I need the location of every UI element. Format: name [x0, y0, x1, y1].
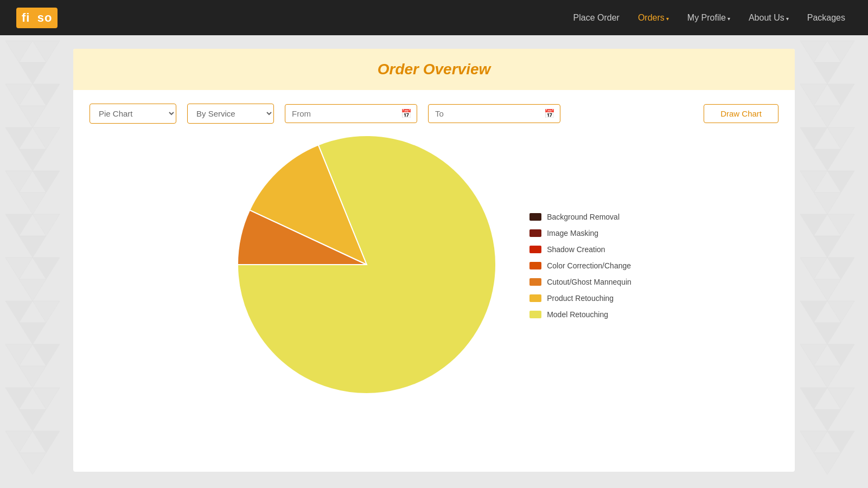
legend-label: Cutout/Ghost Mannequin — [547, 278, 631, 286]
legend-item: Shadow Creation — [529, 245, 631, 254]
legend-item: Cutout/Ghost Mannequin — [529, 278, 631, 286]
svg-marker-2 — [19, 62, 46, 84]
svg-marker-10 — [33, 171, 60, 192]
legend-color-box — [529, 294, 541, 302]
svg-marker-26 — [19, 409, 46, 431]
svg-marker-18 — [5, 301, 33, 323]
svg-marker-35 — [814, 106, 841, 127]
main-content: Order Overview Pie Chart Bar Chart Line … — [73, 49, 795, 472]
svg-marker-16 — [33, 258, 60, 279]
svg-marker-57 — [800, 431, 827, 453]
svg-marker-41 — [814, 192, 841, 214]
legend-color-box — [529, 246, 541, 253]
svg-marker-38 — [814, 149, 841, 171]
from-date-input[interactable] — [285, 104, 417, 123]
chart-area: Background RemovalImage MaskingShadow Cr… — [73, 134, 795, 397]
svg-marker-39 — [800, 171, 827, 192]
svg-marker-12 — [5, 214, 33, 236]
svg-marker-44 — [814, 236, 841, 258]
svg-marker-31 — [827, 41, 854, 62]
svg-marker-9 — [5, 171, 33, 192]
svg-marker-40 — [827, 171, 854, 192]
legend-item: Color Correction/Change — [529, 261, 631, 270]
legend-label: Image Masking — [547, 229, 598, 237]
legend-color-box — [529, 278, 541, 286]
svg-marker-47 — [814, 279, 841, 301]
page-header: Order Overview — [73, 49, 795, 90]
svg-marker-54 — [800, 388, 827, 409]
svg-marker-42 — [800, 214, 827, 236]
legend-color-box — [529, 311, 541, 318]
svg-marker-8 — [19, 149, 46, 171]
legend-label: Model Retouching — [547, 310, 608, 319]
page-title: Order Overview — [85, 61, 783, 78]
svg-marker-52 — [827, 344, 854, 366]
svg-marker-6 — [5, 127, 33, 149]
svg-marker-13 — [33, 214, 60, 236]
legend-label: Shadow Creation — [547, 245, 605, 254]
svg-marker-29 — [19, 453, 46, 474]
legend-label: Background Removal — [547, 213, 620, 221]
legend-label: Color Correction/Change — [547, 261, 631, 270]
legend-color-box — [529, 213, 541, 221]
svg-marker-59 — [814, 453, 841, 474]
to-date-wrap: 📅 — [428, 104, 560, 123]
svg-marker-3 — [5, 84, 33, 106]
svg-marker-58 — [827, 431, 854, 453]
svg-marker-55 — [827, 388, 854, 409]
svg-marker-46 — [827, 258, 854, 279]
chart-type-select[interactable]: Pie Chart Bar Chart Line Chart — [90, 104, 176, 124]
svg-marker-5 — [19, 106, 46, 127]
legend-item: Product Retouching — [529, 294, 631, 303]
legend-item: Model Retouching — [529, 310, 631, 319]
svg-marker-0 — [5, 41, 33, 62]
svg-marker-25 — [33, 388, 60, 409]
svg-marker-53 — [814, 366, 841, 388]
svg-marker-15 — [5, 258, 33, 279]
about-us-caret: ▾ — [786, 16, 789, 22]
svg-marker-36 — [800, 127, 827, 149]
legend: Background RemovalImage MaskingShadow Cr… — [529, 213, 631, 319]
svg-marker-1 — [33, 41, 60, 62]
svg-marker-34 — [827, 84, 854, 106]
svg-marker-17 — [19, 279, 46, 301]
svg-marker-23 — [19, 366, 46, 388]
navbar: fixso Place Order Orders▾ My Profile▾ Ab… — [0, 0, 868, 35]
svg-marker-33 — [800, 84, 827, 106]
svg-marker-56 — [814, 409, 841, 431]
logo: fixso — [16, 8, 58, 28]
svg-marker-27 — [5, 431, 33, 453]
svg-marker-28 — [33, 431, 60, 453]
svg-marker-48 — [800, 301, 827, 323]
to-date-input[interactable] — [428, 104, 560, 123]
svg-marker-32 — [814, 62, 841, 84]
svg-marker-11 — [19, 192, 46, 214]
controls-row: Pie Chart Bar Chart Line Chart By Servic… — [73, 104, 795, 134]
from-date-wrap: 📅 — [285, 104, 417, 123]
svg-marker-45 — [800, 258, 827, 279]
svg-marker-37 — [827, 127, 854, 149]
legend-item: Background Removal — [529, 213, 631, 221]
legend-label: Product Retouching — [547, 294, 614, 303]
legend-color-box — [529, 262, 541, 269]
svg-marker-4 — [33, 84, 60, 106]
nav-orders[interactable]: Orders▾ — [631, 10, 675, 25]
group-by-select[interactable]: By Service By Date By Status — [187, 104, 274, 124]
legend-item: Image Masking — [529, 229, 631, 237]
legend-color-box — [529, 229, 541, 237]
nav-my-profile[interactable]: My Profile▾ — [681, 10, 737, 25]
svg-marker-43 — [827, 214, 854, 236]
nav-place-order[interactable]: Place Order — [567, 10, 626, 25]
nav-links: Place Order Orders▾ My Profile▾ About Us… — [567, 10, 852, 25]
svg-marker-14 — [19, 236, 46, 258]
svg-marker-24 — [5, 388, 33, 409]
draw-chart-button[interactable]: Draw Chart — [704, 104, 778, 123]
nav-about-us[interactable]: About Us▾ — [742, 10, 795, 25]
svg-marker-7 — [33, 127, 60, 149]
svg-marker-50 — [814, 323, 841, 344]
pie-chart — [237, 134, 497, 397]
orders-caret: ▾ — [666, 16, 669, 22]
nav-packages[interactable]: Packages — [801, 10, 852, 25]
svg-marker-19 — [33, 301, 60, 323]
svg-marker-21 — [5, 344, 33, 366]
